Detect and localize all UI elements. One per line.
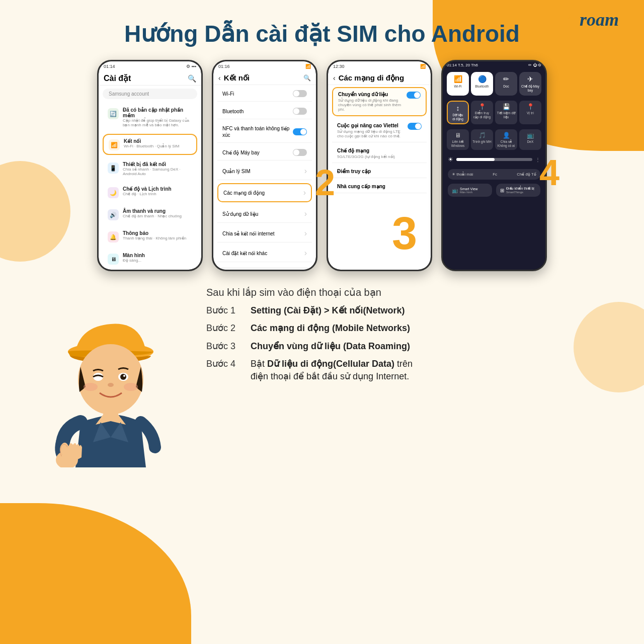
qs-row-1: 📶 Wi-Fi 🔵 Bluetooth ✏ Doc ✈ bbox=[443, 69, 545, 99]
network-provider-item: Nhà cung cấp mạng bbox=[332, 180, 427, 193]
svg-point-8 bbox=[124, 383, 138, 391]
phone-2-status: 01:16📶 bbox=[213, 61, 316, 71]
step-4-label: Bước 4 bbox=[206, 358, 247, 369]
step-4-row: Bước 4 Bật Dữ liệu di động(Cellular Data… bbox=[206, 358, 614, 383]
mode-icon: 🌙 bbox=[108, 187, 119, 198]
chevron-right-icon3: › bbox=[304, 209, 307, 218]
airplane-toggle[interactable] bbox=[293, 149, 307, 156]
windows-qs-icon: 🖥 bbox=[455, 132, 461, 139]
wifi-qs-icon: 📶 bbox=[454, 75, 462, 83]
nfc-toggle[interactable] bbox=[293, 128, 307, 135]
qs-data-mobile[interactable]: ↕ Dữ liệudi động bbox=[447, 101, 469, 125]
phone-1-device-item: 📱 Thiết bị đã kết nối Chia sẻ nhanh · Sa… bbox=[103, 158, 197, 180]
qs-wifi[interactable]: 📶 Wi-Fi bbox=[447, 72, 469, 96]
step-1-content: Setting (Cài Đặt) > Kết nối(Network) bbox=[251, 304, 405, 317]
location-qs-icon: 📍 bbox=[527, 103, 534, 110]
phone-1-container: 01:14 ⚙ ▪▪▪ Cài đặt 🔍 Samsung account 🔄 … bbox=[97, 60, 203, 271]
wifi-qs-label: Wi-Fi bbox=[454, 85, 461, 89]
brand-logo: hiroam bbox=[565, 9, 619, 30]
phone-2-header: ‹ Kết nối 🔍 bbox=[213, 71, 316, 85]
phone-1-display-item: 🖥 Màn hình Độ sáng... bbox=[103, 249, 197, 268]
data-roaming-label: Chuyển vùng dữ liệu bbox=[338, 92, 404, 97]
data-roaming-toggle[interactable] bbox=[407, 92, 421, 99]
search-icon[interactable]: 🔍 bbox=[188, 74, 196, 83]
search-icon[interactable]: 🔍 bbox=[303, 74, 311, 82]
smart-things-label: Điều khiển thiết bị bbox=[506, 187, 534, 191]
mode-title: Chế độ và Lịch trình bbox=[123, 186, 192, 192]
share-qs-label: Chia sẻ Không có ai bbox=[497, 140, 516, 147]
character-illustration bbox=[30, 281, 191, 472]
status-time: 01:14 bbox=[104, 64, 115, 69]
wifi-toggle[interactable] bbox=[293, 90, 307, 97]
back-arrow-3[interactable]: ‹ bbox=[333, 74, 336, 82]
display-title: Màn hình bbox=[123, 253, 192, 258]
more-settings-item: Cài đặt kết nối khác › bbox=[217, 245, 312, 262]
bluetooth-item: Bluetooth bbox=[217, 104, 312, 119]
step-3-content: Chuyển vùng dữ liệu (Data Roaming) bbox=[251, 340, 410, 353]
network-provider-label: Nhà cung cấp mạng bbox=[337, 184, 422, 189]
phone-3-status: 12:30📶 bbox=[328, 61, 431, 71]
sound-sub: Chế độ âm thanh · Nhạc chuông bbox=[123, 214, 192, 218]
smart-things-icon: ⊞ bbox=[500, 188, 504, 193]
windows-qs-label: Liên kết Windows bbox=[448, 140, 467, 147]
step-2-row: Bước 2 Các mạng di động (Mobile Networks… bbox=[206, 322, 614, 335]
phone-1-header: Cài đặt 🔍 bbox=[99, 71, 201, 86]
access-point-label: Điểm truy cập bbox=[337, 169, 422, 174]
phones-row: 01:14 ⚙ ▪▪▪ Cài đặt 🔍 Samsung account 🔄 … bbox=[20, 60, 624, 271]
phone-1-ketno-item[interactable]: 📶 Kết nối Wi-Fi · Bluetooth · Quản lý SI… bbox=[103, 134, 197, 155]
phone-2-screen: 01:16📶 ‹ Kết nối 🔍 Wi-Fi Bluetooth bbox=[213, 61, 316, 270]
enhanced-call-toggle[interactable] bbox=[408, 123, 422, 130]
step-2-label: Bước 2 bbox=[206, 323, 247, 334]
data-roaming-sub: Sử dụng dữ liệu di động khi đang chuyển … bbox=[338, 98, 404, 112]
hotspot-item: Chia sẻ kết nối internet › bbox=[217, 225, 312, 243]
smart-row: 📺 Smart View Màn hình ⊞ Điều khiển thiết… bbox=[443, 182, 545, 199]
phone-1-sound-item: 🔊 Âm thanh và rung Chế độ âm thanh · Nhạ… bbox=[103, 205, 197, 224]
step-2-content: Các mạng di động (Mobile Networks) bbox=[251, 322, 410, 335]
phone-4-status: 01:14 T.5, 20 Th6 ✏ ⏻ ⚙ bbox=[443, 61, 545, 69]
qs-share[interactable]: 👤 Chia sẻ Không có ai bbox=[495, 129, 517, 150]
smart-view-label: Smart View bbox=[460, 187, 478, 191]
access-point-item: Điểm truy cập bbox=[332, 165, 427, 178]
phone-1-screen: 01:14 ⚙ ▪▪▪ Cài đặt 🔍 Samsung account 🔄 … bbox=[99, 61, 201, 270]
qs-bluetooth[interactable]: 🔵 Bluetooth bbox=[471, 72, 493, 96]
hotspot-qs-icon: 📍 bbox=[478, 103, 486, 110]
phone-1-title: Cài đặt bbox=[104, 73, 131, 83]
qs-recorder[interactable]: 🎵 Trình ghi MH bbox=[471, 129, 493, 150]
enhanced-call-item: Cuộc gọi nâng cao Viettel Sử dụng mạng d… bbox=[332, 119, 427, 142]
bluetooth-toggle[interactable] bbox=[293, 108, 307, 115]
device-title: Thiết bị đã kết nối bbox=[123, 162, 192, 167]
qs-hotspot[interactable]: 📍 Điểm truy cập di động bbox=[471, 101, 493, 125]
phone-1-status: 01:14 ⚙ ▪▪▪ bbox=[99, 61, 201, 71]
mobile-networks-item[interactable]: Các mạng di động › bbox=[217, 183, 312, 202]
smart-view-icon: 📺 bbox=[452, 188, 458, 193]
data-roaming-item[interactable]: Chuyển vùng dữ liệu Sử dụng dữ liệu di đ… bbox=[332, 87, 427, 116]
wifi-icon: 📶 bbox=[109, 139, 120, 150]
svg-point-5 bbox=[123, 375, 125, 377]
brightness-slider[interactable] bbox=[456, 158, 532, 161]
update-icon: 🔄 bbox=[108, 108, 119, 119]
network-mode-sub: 5G/LTE/3G/2G (tự động kết nối) bbox=[337, 154, 422, 159]
qs-datasave[interactable]: 💾 Tiết kiệm dữ liệu bbox=[495, 101, 517, 125]
qs-dex[interactable]: 📺 DeX bbox=[519, 129, 541, 150]
phone-1-frame: 01:14 ⚙ ▪▪▪ Cài đặt 🔍 Samsung account 🔄 … bbox=[97, 60, 203, 271]
update-sub: Cập nhật để giúp thiết bị Galaxy của bạn… bbox=[123, 118, 192, 127]
data-mobile-label: Dữ liệudi động bbox=[452, 113, 463, 121]
smart-view-sub: Màn hình bbox=[460, 191, 478, 194]
qs-windows[interactable]: 🖥 Liên kết Windows bbox=[447, 129, 469, 150]
phone-2-frame: 01:16📶 ‹ Kết nối 🔍 Wi-Fi Bluetooth bbox=[212, 60, 317, 271]
doc-qs-label: Doc bbox=[503, 85, 509, 89]
datasave-qs-icon: 💾 bbox=[503, 103, 510, 110]
qs-location[interactable]: 📍 Vị trí bbox=[519, 101, 541, 125]
update-title: Đã có bản cập nhật phần mềm bbox=[123, 107, 192, 118]
smart-things-btn[interactable]: ⊞ Điều khiển thiết bị SmartThings bbox=[496, 184, 540, 197]
qs-airplane[interactable]: ✈ Chế độ Máy bay bbox=[519, 72, 541, 96]
back-arrow[interactable]: ‹ bbox=[218, 74, 221, 82]
mode-btn[interactable]: ☀ thoải mái Fc Chế độ Tố bbox=[448, 169, 540, 180]
smart-view-btn[interactable]: 📺 Smart View Màn hình bbox=[448, 184, 492, 197]
wifi-item: Wi-Fi bbox=[217, 86, 312, 102]
ketno-sub: Wi-Fi · Bluetooth · Quản lý SIM bbox=[124, 144, 191, 148]
qs-doc[interactable]: ✏ Doc bbox=[495, 72, 517, 96]
smart-things-sub: SmartThings bbox=[506, 191, 534, 194]
chevron-right-icon5: › bbox=[304, 249, 307, 258]
recorder-qs-icon: 🎵 bbox=[478, 132, 486, 139]
